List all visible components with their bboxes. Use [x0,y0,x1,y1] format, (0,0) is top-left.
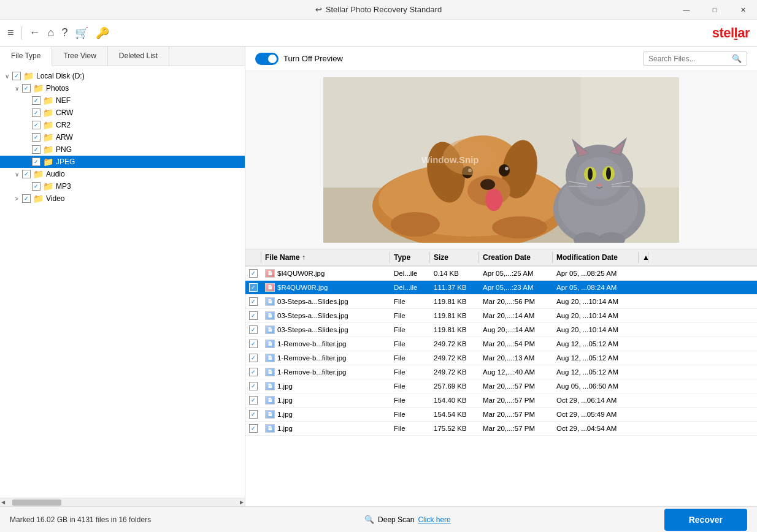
row-created: Mar 20,...:57 PM [479,395,553,405]
checkbox-png[interactable] [32,145,40,154]
toolbar: ≡ ← ⌂ ? 🛒 🔑 stellar [0,20,757,47]
row-checkbox[interactable] [249,340,258,348]
row-modified: Aug 12, ...05:12 AM [553,353,639,363]
table-row[interactable]: 📄 03-Steps-a...Slides.jpg File 119.81 KB… [245,295,757,309]
checkbox-arw[interactable] [32,133,40,142]
home-icon[interactable]: ⌂ [48,26,55,39]
file-thumb-icon: 📄 [265,410,275,419]
row-checkbox[interactable] [249,311,258,320]
tree-item-video[interactable]: > 📁 Video [0,192,245,205]
row-check[interactable] [245,310,261,321]
row-modified: Oct 29, ...05:49 AM [553,409,639,419]
key-icon[interactable]: 🔑 [96,26,109,40]
cart-icon[interactable]: 🛒 [75,26,88,40]
tree-label-cr2: CR2 [56,121,71,129]
table-row[interactable]: 📄 1.jpg File 154.40 KB Mar 20,...:57 PM … [245,393,757,408]
marked-text: Marked 16.02 GB in 4131 files in 16 fold… [10,515,151,524]
row-filename-text: 1.jpg [277,425,293,432]
checkbox-jpeg[interactable] [32,158,40,166]
click-here-link[interactable]: Click here [418,515,450,524]
row-checkbox[interactable] [249,396,258,405]
row-size: 249.72 KB [430,367,479,377]
scroll-thumb[interactable] [12,500,61,506]
row-check[interactable] [245,381,261,392]
row-checkbox[interactable] [249,354,258,362]
row-checkbox[interactable] [249,269,258,278]
back-icon[interactable]: ← [29,26,40,39]
scroll-right-arrow[interactable]: ▶ [240,500,244,505]
checkbox-mp3[interactable] [32,182,40,191]
tree-item-png[interactable]: 📁 PNG [0,143,245,156]
row-check[interactable] [245,352,261,363]
tree-item-photos[interactable]: ∨ 📁 Photos [0,82,245,94]
row-check[interactable] [245,409,261,420]
row-check[interactable] [245,268,261,279]
expand-arrow-video[interactable]: > [15,196,22,202]
checkbox-local-disk[interactable] [12,72,21,80]
tree-item-audio[interactable]: ∨ 📁 Audio [0,168,245,180]
tab-deleted-list[interactable]: Deleted List [108,47,169,66]
row-check[interactable] [245,423,261,434]
expand-arrow-audio[interactable]: ∨ [15,171,22,178]
toolbar-left: ≡ ← ⌂ ? 🛒 🔑 [7,26,109,40]
table-row[interactable]: 📄 1-Remove-b...filter.jpg File 249.72 KB… [245,337,757,351]
row-size: 119.81 KB [430,297,479,306]
minimize-button[interactable]: — [672,0,701,20]
table-row[interactable]: 📄 $R4QUW0R.jpg Del...ile 111.37 KB Apr 0… [245,281,757,295]
table-row[interactable]: 📄 1.jpg File 175.52 KB Mar 20,...:57 PM … [245,422,757,436]
preview-toggle[interactable] [255,53,279,65]
tree-item-arw[interactable]: 📁 ARW [0,131,245,143]
menu-icon[interactable]: ≡ [7,26,14,39]
row-created: Aug 20,...:14 AM [479,325,553,335]
scroll-left-arrow[interactable]: ◀ [1,500,5,505]
checkbox-photos[interactable] [22,84,31,93]
svg-point-14 [499,164,510,177]
checkbox-nef[interactable] [32,96,40,105]
search-icon[interactable]: 🔍 [732,54,742,63]
table-row[interactable]: 📄 $I4QUW0R.jpg Del...ile 0.14 KB Apr 05,… [245,267,757,281]
row-size: 175.52 KB [430,424,479,433]
table-row[interactable]: 📄 03-Steps-a...Slides.jpg File 119.81 KB… [245,309,757,323]
checkbox-crw[interactable] [32,108,40,117]
folder-icon-png: 📁 [43,145,53,154]
row-checkbox[interactable] [249,382,258,390]
row-checkbox[interactable] [249,368,258,376]
row-checkbox[interactable] [249,424,258,433]
row-checkbox[interactable] [249,283,258,292]
row-checkbox[interactable] [249,325,258,334]
row-created: Aug 12,...:40 AM [479,367,553,377]
horizontal-scrollbar[interactable]: ◀ ▶ [0,498,245,506]
checkbox-audio[interactable] [22,170,31,178]
tree-item-cr2[interactable]: 📁 CR2 [0,119,245,131]
tree-item-jpeg[interactable]: 📁 JPEG [0,156,245,168]
tree-item-crw[interactable]: 📁 CRW [0,107,245,119]
expand-arrow-photos[interactable]: ∨ [15,85,22,92]
header-type: Type [390,252,430,263]
table-row[interactable]: 📄 03-Steps-a...Slides.jpg File 119.81 KB… [245,323,757,337]
checkbox-cr2[interactable] [32,121,40,129]
row-check[interactable] [245,324,261,335]
expand-arrow-local-disk[interactable]: ∨ [5,73,12,80]
search-input[interactable] [648,55,728,63]
row-check[interactable] [245,338,261,349]
close-button[interactable]: ✕ [729,0,757,20]
row-check[interactable] [245,367,261,378]
checkbox-video[interactable] [22,194,31,203]
table-row[interactable]: 📄 1-Remove-b...filter.jpg File 249.72 KB… [245,351,757,365]
row-check[interactable] [245,296,261,307]
table-row[interactable]: 📄 1-Remove-b...filter.jpg File 249.72 KB… [245,365,757,379]
tree-item-local-disk[interactable]: ∨ 📁 Local Disk (D:) [0,70,245,82]
table-row[interactable]: 📄 1.jpg File 257.69 KB Mar 20,...:57 PM … [245,379,757,393]
tab-tree-view[interactable]: Tree View [52,47,107,66]
tab-file-type[interactable]: File Type [0,47,52,66]
row-check[interactable] [245,282,261,293]
row-check[interactable] [245,395,261,406]
row-checkbox[interactable] [249,297,258,306]
tree-item-mp3[interactable]: 📁 MP3 [0,180,245,192]
maximize-button[interactable]: □ [701,0,729,20]
table-row[interactable]: 📄 1.jpg File 154.54 KB Mar 20,...:57 PM … [245,408,757,422]
row-checkbox[interactable] [249,410,258,419]
tree-item-nef[interactable]: 📁 NEF [0,94,245,107]
help-icon[interactable]: ? [61,26,67,39]
recover-button[interactable]: Recover [664,509,747,531]
